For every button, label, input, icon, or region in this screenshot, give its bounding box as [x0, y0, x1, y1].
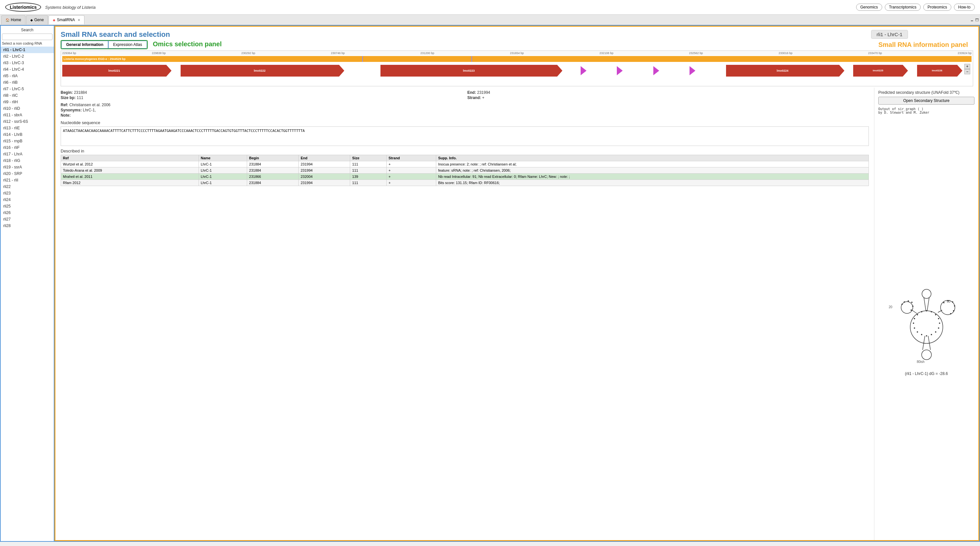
tab-home[interactable]: 🏠 Home [1, 15, 25, 24]
current-item-badge: rli1 - LhrC-1 [871, 30, 908, 39]
sidebar-item-rli17[interactable]: rli17 - LhrA [1, 151, 54, 157]
sidebar-item-rli19[interactable]: rli19 - ssrA [1, 164, 54, 170]
small-arrow-3[interactable] [653, 66, 659, 75]
sidebar-item-rli22[interactable]: rli22 [1, 183, 54, 190]
small-arrow-1[interactable] [581, 66, 587, 75]
sidebar-item-rli24[interactable]: rli24 [1, 197, 54, 203]
tab-close-icon[interactable]: ✕ [78, 18, 80, 22]
maximize-icon[interactable]: 🗖 [975, 18, 979, 22]
info-section: Begin: 231884 End: 231994 Size bp: 111 S… [56, 87, 978, 540]
sidebar-item-rli2[interactable]: rli2 - LhrC-2 [1, 53, 54, 60]
small-arrow-2[interactable] [617, 66, 623, 75]
struct-image: 60 20 80ish [878, 116, 974, 538]
tab-smallrna[interactable]: ◆ SmallRNA ✕ [49, 15, 84, 24]
transcriptomics-button[interactable]: Transcriptomics [885, 3, 921, 11]
open-secondary-structure-button[interactable]: Open Secondary Structure [878, 97, 974, 105]
small-arrow-4[interactable] [689, 66, 695, 75]
table-row[interactable]: Mraheil et al. 2011LhrC-1231866232004139… [61, 174, 869, 180]
sidebar-item-rli4[interactable]: rli4 - LhrC-4 [1, 66, 54, 73]
size-field: Size bp: 111 [60, 95, 462, 100]
genes-row: lmo0221 lmo0222 lmo0223 [62, 63, 972, 78]
sidebar-item-rli14[interactable]: rli14 - LhrB [1, 131, 54, 138]
svg-point-6 [938, 327, 939, 329]
sidebar-item-rli18[interactable]: rli18 - rliG [1, 157, 54, 164]
tab-home-label: Home [11, 17, 21, 22]
svg-point-1 [926, 310, 927, 311]
logo-area: Listeriomics Systems biology of Listeria [5, 3, 95, 12]
table-row[interactable]: Wurtzel et al. 2012LhrC-1231884231994111… [61, 161, 869, 167]
sidebar-item-rli26[interactable]: rli26 [1, 210, 54, 216]
col-begin: Begin [247, 155, 299, 161]
svg-point-38 [908, 300, 909, 302]
struct-title: Predicted secondary structure (UNAFold 3… [878, 90, 974, 95]
tab-general-information[interactable]: General Information [61, 41, 108, 49]
sidebar-item-rli6[interactable]: rli6 - rliB [1, 79, 54, 86]
sidebar-item-rli13[interactable]: rli13 - rliE [1, 125, 54, 131]
sidebar-item-rli3[interactable]: rli3 - LhrC-3 [1, 60, 54, 66]
howto-button[interactable]: How-to [954, 3, 975, 11]
sidebar-item-rli8[interactable]: rli8 - rliC [1, 92, 54, 99]
gene-lmo0223-tip [557, 65, 562, 76]
col-end: End [299, 155, 350, 161]
home-icon: 🏠 [6, 18, 10, 22]
sidebar-item-rli16[interactable]: rli16 - rliF [1, 144, 54, 151]
sidebar-item-rli9[interactable]: rli9 - rliH [1, 99, 54, 105]
gene-lmo0224-tip [839, 65, 845, 76]
gene-lmo0221[interactable]: lmo0221 [62, 65, 172, 76]
sidebar-item-rli28[interactable]: rli28 [1, 222, 54, 229]
sequence-label: Nucleotide sequence [60, 120, 869, 125]
sidebar-item-rli12[interactable]: rli12 - ssrS-6S [1, 118, 54, 125]
sidebar-item-rli21[interactable]: rli21 - rliI [1, 177, 54, 183]
gene-lmo0222[interactable]: lmo0222 [181, 65, 344, 76]
sidebar-item-rli5[interactable]: rli5 - rliA [1, 73, 54, 79]
zoom-controls: + − [964, 64, 970, 74]
svg-point-2 [931, 311, 932, 313]
sidebar-item-rli11[interactable]: rli11 - sbrA [1, 112, 54, 118]
sidebar-item-rli25[interactable]: rli25 [1, 203, 54, 210]
sidebar-item-rli1[interactable]: rli1 - LhrC-1 [1, 47, 54, 53]
gene-lmo0221-tip [166, 65, 172, 76]
genomics-button[interactable]: Genomics [856, 3, 882, 11]
zoom-in-button[interactable]: + [964, 64, 970, 69]
svg-point-16 [921, 311, 922, 313]
sidebar-item-rli15[interactable]: rli15 - rnpB [1, 138, 54, 144]
sidebar-item-rli27[interactable]: rli27 [1, 216, 54, 222]
gene-lmo0226[interactable]: lmo0226 [917, 65, 963, 76]
begin-field: Begin: 231884 [60, 90, 462, 95]
svg-point-11 [917, 331, 918, 333]
synonyms-field: Synonyms: LhrC-1, [60, 108, 869, 113]
gene-lmo0224[interactable]: lmo0224 [726, 65, 845, 76]
sidebar-item-rli23[interactable]: rli23 [1, 190, 54, 197]
gene-lmo0223[interactable]: lmo0223 [380, 65, 562, 76]
svg-point-12 [914, 327, 915, 329]
tab-expression-atlas[interactable]: Expression Atlas [108, 41, 147, 49]
svg-line-25 [927, 298, 929, 311]
sidebar-item-rli7[interactable]: rli7 - LhrC-5 [1, 86, 54, 92]
genome-track-label: Listeria monocytogenes EGD-e : 2944529 b… [64, 57, 126, 60]
sidebar-item-rli20[interactable]: rli20 - SRP [1, 170, 54, 177]
table-row[interactable]: Toledo-Arana et al. 2009LhrC-12318842319… [61, 167, 869, 174]
minimize-icon[interactable]: 🗕 [970, 18, 974, 22]
svg-text:60: 60 [947, 300, 951, 303]
tab-gene[interactable]: ◆ Gene [26, 15, 48, 24]
genome-ruler: 229364 bp 229838 bp 230292 bp 230746 bp … [61, 51, 973, 56]
gene-lmo0225[interactable]: lmo0225 [853, 65, 908, 76]
search-input[interactable] [2, 33, 52, 40]
sidebar-item-rli10[interactable]: rli10 - rliD [1, 105, 54, 112]
table-row[interactable]: Rfam 2012LhrC-1231884231994111+Bits scor… [61, 180, 869, 186]
struct-output-line2: by D. Stewart and M. Zuker [878, 111, 974, 114]
gene-lmo0225-tip [903, 65, 908, 76]
secondary-structure-svg: 60 20 80ish [884, 278, 969, 370]
svg-point-39 [911, 302, 913, 303]
sidebar-search [1, 33, 54, 41]
svg-point-10 [921, 334, 922, 335]
gene-lmo0226-tip [957, 65, 963, 76]
proteomics-button[interactable]: Proteomics [923, 3, 951, 11]
panel-title: Small RNA search and selection [60, 30, 170, 39]
zoom-out-button[interactable]: − [964, 69, 970, 74]
main-content: Search Select a non coding RNA rli1 - Lh… [0, 25, 980, 542]
svg-point-13 [913, 322, 914, 324]
svg-point-41 [910, 310, 912, 311]
struct-caption: (rli1 - LhrC-1) dG = -28.6 [905, 371, 948, 376]
col-supp: Supp. Info. [436, 155, 869, 161]
